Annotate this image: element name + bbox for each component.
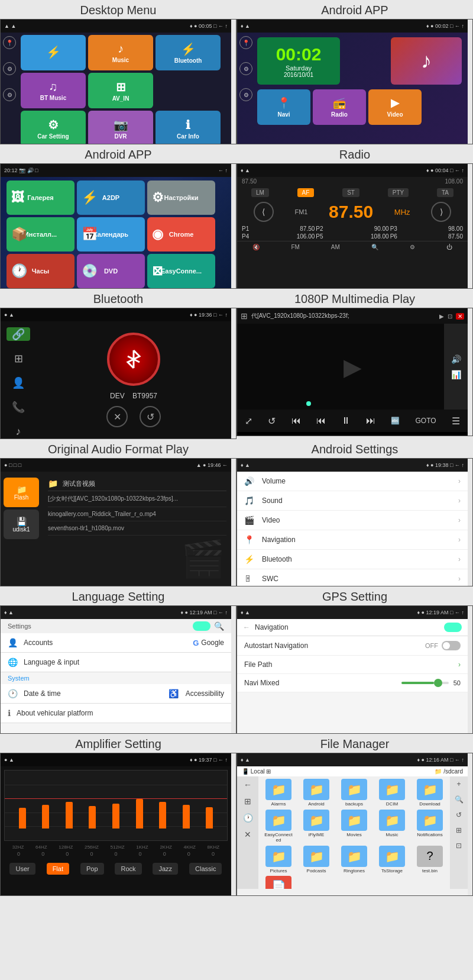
ls-language-item[interactable]: 🌐 Language & input [1, 653, 231, 672]
af-folder-item[interactable]: 📁 测试音视频 [48, 476, 226, 491]
mm-prev-btn[interactable]: ⏮ [316, 415, 326, 426]
fm-view-btn[interactable]: ⊞ [456, 826, 462, 834]
multimedia-play-icon[interactable]: ▶ [439, 313, 444, 320]
multimedia-vol-icon[interactable]: 🔊 [451, 354, 461, 364]
fm-folder-download[interactable]: 📁 Download [412, 779, 448, 807]
mm-fullscreen-btn[interactable]: ⤢ [245, 415, 252, 427]
radio-mute-btn[interactable]: 🔇 [252, 244, 260, 250]
radio-ta-btn[interactable]: TA [437, 188, 453, 197]
mm-playlist-btn[interactable]: ☰ [452, 415, 460, 427]
as-video-item[interactable]: 🎬 Video › [237, 511, 468, 530]
amp-flat-btn[interactable]: Flat [47, 863, 69, 875]
autostart-toggle[interactable] [442, 641, 461, 650]
mm-subtitle-btn[interactable]: 🔤 [391, 417, 400, 425]
app-easyconn[interactable]: ⊠ EasyConne... [147, 254, 215, 288]
fm-file-testbin[interactable]: ? test.bin [412, 846, 448, 874]
fm-folder-alarms[interactable]: 📁 Alarms [261, 779, 296, 807]
radio-fm-btn[interactable]: FM [291, 244, 299, 250]
radio-preset-2[interactable]: P2 90.00 [316, 225, 388, 232]
fm-folder-iflyme[interactable]: 📁 iFlyIME [299, 810, 334, 843]
radio-eq-btn[interactable]: ⚙ [410, 244, 415, 250]
fm-folder-backups[interactable]: 📁 backups [336, 779, 372, 807]
settings-icon[interactable]: ⚙ [3, 88, 16, 101]
bt-disconnect-btn[interactable]: ✕ [106, 406, 128, 427]
gps-navimixed-item[interactable]: Navi Mixed 50 [237, 674, 468, 692]
radio-pty-btn[interactable]: PTY [388, 188, 409, 197]
as-swc-item[interactable]: 🎚 SWC › [237, 569, 468, 586]
fm-refresh-btn[interactable]: ↺ [456, 811, 462, 819]
language-toggle[interactable] [193, 621, 210, 631]
mm-next-btn[interactable]: ⏭ [366, 415, 375, 426]
radio-preset-6[interactable]: P6 87.50 [390, 233, 463, 240]
fm-folder-dcim[interactable]: 📁 DCIM [374, 779, 410, 807]
radio-lm-btn[interactable]: LM [251, 188, 269, 197]
bt-connected-icon[interactable]: 🔗 [7, 327, 30, 341]
fm-close-btn[interactable]: ✕ [244, 830, 251, 839]
nav-navi-cell[interactable]: 📍 Navi [257, 89, 310, 125]
dm-avin-cell[interactable]: ⊞ AV_IN [88, 73, 153, 108]
language-search-icon[interactable]: 🔍 [214, 621, 224, 631]
fm-folder-podcasts[interactable]: 📁 Podcasts [299, 846, 334, 874]
fm-folder-easyconn[interactable]: 📁 EasyConnected [261, 810, 296, 843]
fm-file-tsmanual[interactable]: 📄 TsManual.pdf [261, 876, 296, 889]
app-chrome[interactable]: ◉ Chrome [147, 217, 215, 252]
radio-preset-5[interactable]: P5 108.00 [316, 233, 388, 240]
app-settings[interactable]: ⚙ Настройки [147, 180, 215, 215]
radio-power-btn[interactable]: ⏻ [446, 244, 452, 250]
fm-folder-ringtones[interactable]: 📁 Ringtones [336, 846, 372, 874]
ls-accounts-item[interactable]: 👤 Accounts G Google [1, 633, 231, 653]
ls-date-time-item[interactable]: 🕐 Date & time ♿ Accessibility [1, 684, 231, 704]
dm-dvr-cell[interactable]: 📷 DVR [88, 111, 153, 144]
bt-music-icon[interactable]: ♪ [7, 425, 30, 439]
dm-bt-cell[interactable]: ⚡ Bluetooth [155, 35, 221, 70]
app-install[interactable]: 📦 Инсталл... [7, 217, 74, 252]
multimedia-close-btn[interactable]: ✕ [456, 313, 464, 320]
fm-folder-android[interactable]: 📁 Android [299, 779, 334, 807]
eq-icon-2[interactable]: ⚙ [239, 62, 252, 75]
app-gallery[interactable]: 🖼 Галерея [7, 180, 74, 215]
fm-folder-movies[interactable]: 📁 Movies [336, 810, 372, 843]
dm-carsetting-cell[interactable]: ⚙ Car Setting [21, 111, 86, 144]
app-dvd[interactable]: 💿 DVD [77, 254, 145, 288]
as-sound-item[interactable]: 🎵 Sound › [237, 491, 468, 511]
fm-folder-pictures[interactable]: 📁 Pictures [261, 846, 296, 874]
multimedia-bar-icon[interactable]: 📊 [451, 370, 461, 379]
nav-icon-2[interactable]: 📍 [239, 36, 252, 49]
app-a2dp[interactable]: ⚡ A2DP [77, 180, 145, 215]
radio-st-btn[interactable]: ST [342, 188, 359, 197]
radio-preset-1[interactable]: P1 87.50 [242, 225, 315, 232]
radio-prev-btn[interactable]: ⟨ [254, 202, 274, 222]
app-calendar[interactable]: 📅 Календарь [77, 217, 145, 252]
navimixed-slider[interactable] [401, 682, 449, 684]
amp-pop-btn[interactable]: Pop [80, 863, 104, 875]
af-file-3[interactable]: seventhson-tlr1_h1080p.mov [48, 521, 226, 536]
af-flash-tab[interactable]: 📁 Flash [4, 478, 39, 507]
af-file-1[interactable]: [少女时代][AVC_1920x1080p-10322kbps-23fps]..… [48, 491, 226, 507]
radio-am-btn[interactable]: AM [331, 244, 340, 250]
fm-home-btn[interactable]: ⊞ [244, 797, 251, 806]
music-panel[interactable]: ♪ [391, 37, 462, 85]
mm-skip-start-btn[interactable]: ⏮ [291, 415, 301, 426]
ls-about-item[interactable]: ℹ About vehicular platform [1, 704, 231, 723]
fm-folder-music[interactable]: 📁 Music [374, 810, 410, 843]
eq-icon[interactable]: ⚙ [3, 62, 16, 75]
fm-back-btn[interactable]: ← [244, 780, 252, 789]
dm-carinfo-cell[interactable]: ℹ Car Info [155, 111, 221, 144]
bt-contacts-icon[interactable]: 👤 [7, 376, 30, 389]
amp-rock-btn[interactable]: Rock [115, 863, 141, 875]
amp-user-btn[interactable]: User [9, 863, 35, 875]
as-bluetooth-item[interactable]: ⚡ Bluetooth › [237, 550, 468, 569]
amp-jazz-btn[interactable]: Jazz [153, 863, 178, 875]
mm-goto-btn[interactable]: GOTO [416, 417, 436, 425]
radio-af-btn[interactable]: AF [297, 188, 315, 197]
settings-icon-2[interactable]: ⚙ [239, 88, 252, 101]
nav-video-cell[interactable]: ▶ Video [368, 89, 422, 125]
fm-history-btn[interactable]: 🕐 [243, 813, 253, 823]
app-clock[interactable]: 🕐 Часы [7, 254, 74, 288]
mm-pause-btn[interactable]: ⏸ [341, 415, 351, 426]
fm-new-btn[interactable]: + [456, 780, 461, 788]
fm-folder-notifications[interactable]: 📁 Notifications [412, 810, 448, 843]
fm-search-btn[interactable]: 🔍 [455, 795, 464, 804]
nav-radio-cell[interactable]: 📻 Radio [313, 89, 366, 125]
bt-calls-icon[interactable]: 📞 [7, 401, 30, 414]
